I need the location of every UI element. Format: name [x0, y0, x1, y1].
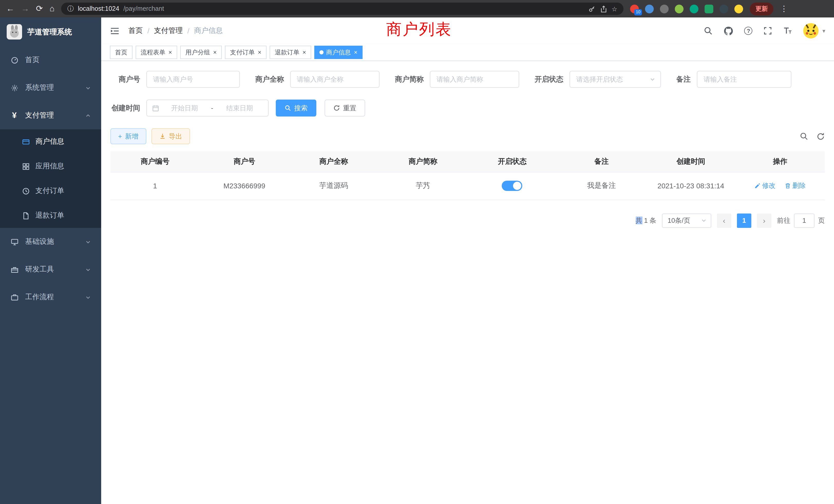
date-end-placeholder: 结束日期: [216, 104, 263, 113]
info-icon[interactable]: ⓘ: [67, 4, 74, 13]
close-icon[interactable]: ×: [213, 49, 217, 55]
refresh-icon[interactable]: [816, 132, 825, 140]
tab-label: 用户分组: [185, 48, 210, 57]
github-icon[interactable]: [724, 26, 733, 36]
table-row: 1 M233666999 芋道源码 芋艿 我是备注 2021-10-23 08:…: [110, 172, 825, 200]
merchant-table: 商户编号 商户号 商户全称 商户简称 开启状态 备注 创建时间 操作 1: [110, 152, 825, 200]
browser-update-button[interactable]: 更新: [750, 2, 773, 15]
bookmark-star-icon[interactable]: ☆: [612, 5, 617, 13]
close-icon[interactable]: ×: [169, 49, 172, 55]
extension-icon[interactable]: [705, 4, 713, 13]
toggle-search-icon[interactable]: [799, 132, 808, 141]
status-select[interactable]: 请选择开启状态: [570, 71, 661, 88]
app: 芋道管理系统 首页 系统管理 ¥ 支付管理: [0, 18, 834, 504]
full-name-field: 商户全称: [255, 71, 379, 88]
breadcrumb-separator: /: [147, 27, 150, 35]
tab-home[interactable]: 首页: [110, 46, 132, 59]
search-button[interactable]: 搜索: [276, 99, 316, 116]
search-form-row-1: 商户号 商户全称 商户简称 开启状态 请选择开启状态: [110, 71, 825, 88]
export-button-label: 导出: [169, 132, 182, 141]
extension-icon[interactable]: [660, 4, 668, 13]
page-size-select[interactable]: 10条/页: [662, 213, 711, 228]
hamburger-icon[interactable]: [110, 26, 120, 36]
next-page-button[interactable]: ›: [757, 213, 771, 228]
address-bar[interactable]: ⓘ localhost:1024/pay/merchant ☆: [61, 3, 623, 15]
extension-icon[interactable]: [690, 4, 698, 13]
tab-payment-order[interactable]: 支付订单 ×: [225, 46, 266, 59]
plus-icon: +: [118, 132, 122, 140]
close-icon[interactable]: ×: [354, 49, 357, 55]
toolbar-right: [799, 132, 825, 141]
goto-page-input[interactable]: [794, 213, 814, 228]
app-logo[interactable]: 芋道管理系统: [0, 18, 101, 46]
browser-reload-icon[interactable]: ⟳: [36, 5, 43, 13]
extension-icon[interactable]: [645, 4, 654, 13]
browser-menu-icon[interactable]: ⋮: [780, 4, 788, 13]
full-name-input[interactable]: [290, 71, 379, 88]
help-icon[interactable]: ?: [744, 27, 753, 35]
font-size-icon[interactable]: [784, 26, 793, 36]
share-icon[interactable]: [600, 5, 608, 13]
dashboard-icon: [10, 56, 19, 64]
extension-icon[interactable]: 10: [630, 4, 639, 13]
sidebar-item-system[interactable]: 系统管理: [0, 74, 101, 101]
delete-link[interactable]: 删除: [785, 181, 806, 190]
tab-user-group[interactable]: 用户分组 ×: [180, 46, 222, 59]
sidebar: 芋道管理系统 首页 系统管理 ¥ 支付管理: [0, 18, 101, 504]
breadcrumb-separator: /: [188, 27, 190, 35]
search-icon[interactable]: [704, 26, 713, 36]
tab-process-form[interactable]: 流程表单 ×: [136, 46, 177, 59]
extension-icon[interactable]: [675, 4, 683, 13]
status-toggle[interactable]: [502, 181, 523, 191]
breadcrumb-home[interactable]: 首页: [128, 26, 143, 36]
tab-refund-order[interactable]: 退款订单 ×: [270, 46, 311, 59]
sidebar-item-dev-tools[interactable]: 研发工具: [0, 256, 101, 283]
extension-icon[interactable]: [720, 4, 728, 13]
sidebar-item-app-info[interactable]: 应用信息: [0, 154, 101, 179]
create-time-range-picker[interactable]: 开始日期 - 结束日期: [146, 99, 269, 116]
prev-page-button[interactable]: ‹: [717, 213, 731, 228]
user-menu[interactable]: ▾: [804, 23, 825, 39]
sidebar-item-payment-order[interactable]: 支付订单: [0, 179, 101, 203]
column-header: 操作: [736, 152, 825, 172]
fullscreen-icon[interactable]: [763, 26, 773, 36]
export-button[interactable]: 导出: [151, 128, 190, 144]
sidebar-item-infrastructure[interactable]: 基础设施: [0, 228, 101, 256]
sidebar-item-payment[interactable]: ¥ 支付管理: [0, 101, 101, 129]
chevron-down-icon: [701, 217, 707, 223]
sidebar-item-home[interactable]: 首页: [0, 46, 101, 74]
add-button[interactable]: + 新增: [110, 128, 146, 144]
current-page[interactable]: 1: [737, 213, 751, 228]
key-icon[interactable]: [588, 5, 596, 13]
merchant-no-input[interactable]: [146, 71, 240, 88]
active-tab-dot: [320, 50, 324, 54]
extension-icon[interactable]: [734, 4, 743, 13]
short-name-label: 商户简称: [395, 75, 424, 84]
breadcrumb-payment[interactable]: 支付管理: [154, 26, 183, 36]
sidebar-item-refund-order[interactable]: 退款订单: [0, 203, 101, 228]
remark-input[interactable]: [697, 71, 791, 88]
edit-link[interactable]: 修改: [754, 181, 775, 190]
main-area: 首页 / 支付管理 / 商户信息 ?: [101, 18, 834, 504]
short-name-input[interactable]: [430, 71, 519, 88]
tab-merchant-info[interactable]: 商户信息 ×: [314, 46, 363, 59]
breadcrumb-current: 商户信息: [194, 26, 223, 36]
browser-back-icon[interactable]: ←: [6, 5, 14, 13]
reset-button[interactable]: 重置: [325, 99, 365, 116]
sidebar-item-merchant-info[interactable]: 商户信息: [0, 129, 101, 154]
monitor-icon: [10, 238, 19, 246]
goto-unit-label: 页: [818, 216, 825, 225]
browser-forward-icon[interactable]: →: [21, 5, 29, 13]
close-icon[interactable]: ×: [303, 49, 306, 55]
browser-home-icon[interactable]: ⌂: [49, 5, 54, 13]
extensions-row: 10: [630, 4, 743, 13]
document-icon: [22, 212, 30, 220]
close-icon[interactable]: ×: [258, 49, 261, 55]
sidebar-item-label: 商户信息: [36, 137, 64, 146]
sidebar-item-workflow[interactable]: 工作流程: [0, 283, 101, 311]
date-start-placeholder: 开始日期: [161, 104, 208, 113]
search-form-row-2: 创建时间 开始日期 - 结束日期 搜索: [110, 99, 825, 116]
sidebar-item-label: 工作流程: [25, 293, 54, 302]
chevron-down-icon: [650, 76, 655, 82]
cell-full-name: 芋道源码: [289, 172, 378, 200]
